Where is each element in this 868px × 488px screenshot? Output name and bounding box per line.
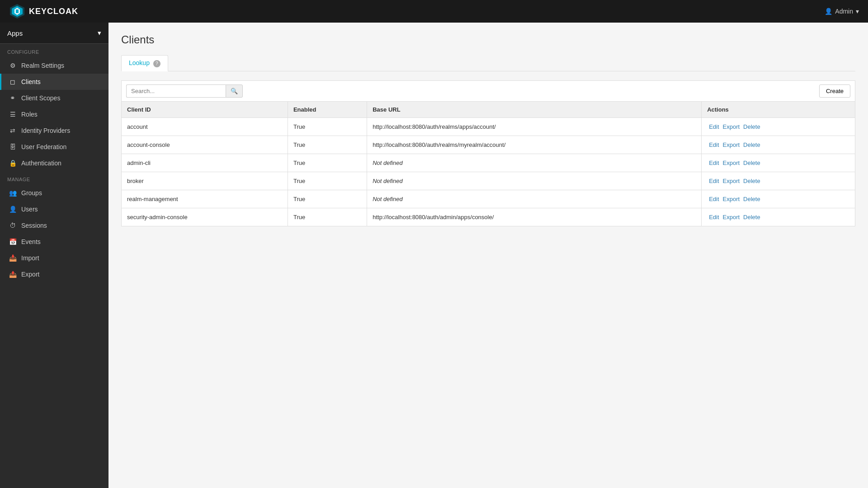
user-label: Admin <box>835 8 853 15</box>
sidebar-item-groups[interactable]: 👥 Groups <box>0 185 108 201</box>
export-icon: 📤 <box>9 271 17 278</box>
brand: KEYCLOAK <box>9 3 78 19</box>
tab-lookup-label: Lookup <box>129 59 150 66</box>
table-row: security-admin-consoleTruehttp://localho… <box>122 208 855 226</box>
base-url-cell[interactable]: http://localhost:8080/auth/admin/apps/co… <box>367 208 702 226</box>
base-url-cell: Not defined <box>367 154 702 172</box>
sidebar-item-label: Sessions <box>21 222 47 229</box>
export-button[interactable]: Export <box>721 141 742 149</box>
events-icon: 📅 <box>9 238 17 245</box>
sidebar-item-label: Import <box>21 254 39 262</box>
edit-button[interactable]: Edit <box>707 141 721 149</box>
table-row: brokerTrueNot definedEditExportDelete <box>122 172 855 190</box>
search-button[interactable]: 🔍 <box>226 84 243 98</box>
delete-button[interactable]: Delete <box>741 159 762 167</box>
delete-button[interactable]: Delete <box>741 195 762 203</box>
sidebar-item-client-scopes[interactable]: ⚭ Client Scopes <box>0 90 108 106</box>
client-id-cell[interactable]: admin-cli <box>122 154 288 172</box>
user-menu[interactable]: 👤 Admin ▾ <box>825 8 859 15</box>
tab-lookup-help[interactable]: ? <box>153 60 160 67</box>
delete-button[interactable]: Delete <box>741 141 762 149</box>
sidebar-item-authentication[interactable]: 🔒 Authentication <box>0 155 108 171</box>
base-url-cell[interactable]: http://localhost:8080/auth/realms/myreal… <box>367 136 702 154</box>
sidebar-item-label: Realm Settings <box>21 62 64 69</box>
navbar: KEYCLOAK 👤 Admin ▾ <box>0 0 868 23</box>
sidebar-item-events[interactable]: 📅 Events <box>0 234 108 250</box>
clients-table: Client ID Enabled Base URL Actions accou… <box>121 101 855 226</box>
client-id-cell[interactable]: account <box>122 117 288 136</box>
import-icon: 📥 <box>9 254 17 262</box>
sidebar-item-realm-settings[interactable]: ⚙ Realm Settings <box>0 57 108 74</box>
roles-icon: ☰ <box>9 111 17 118</box>
create-button[interactable]: Create <box>819 84 850 98</box>
sidebar-item-clients[interactable]: ◻ Clients <box>0 74 108 90</box>
realm-settings-icon: ⚙ <box>9 62 17 69</box>
tab-lookup[interactable]: Lookup ? <box>121 55 168 71</box>
client-scopes-icon: ⚭ <box>9 94 17 102</box>
sidebar-item-identity-providers[interactable]: ⇄ Identity Providers <box>0 122 108 139</box>
sidebar-item-label: Groups <box>21 189 42 197</box>
export-button[interactable]: Export <box>721 213 742 221</box>
realm-selector[interactable]: Apps ▾ <box>0 23 108 44</box>
export-button[interactable]: Export <box>721 195 742 203</box>
export-button[interactable]: Export <box>721 159 742 167</box>
sidebar-item-user-federation[interactable]: 🗄 User Federation <box>0 139 108 155</box>
actions-cell: EditExportDelete <box>702 208 855 226</box>
enabled-cell: True <box>288 136 367 154</box>
user-federation-icon: 🗄 <box>9 143 17 150</box>
export-button[interactable]: Export <box>721 122 742 131</box>
delete-button[interactable]: Delete <box>741 213 762 221</box>
sidebar-item-label: Export <box>21 271 39 278</box>
search-input[interactable] <box>126 84 226 98</box>
col-base-url: Base URL <box>367 101 702 117</box>
sidebar-item-sessions[interactable]: ⏱ Sessions <box>0 217 108 234</box>
enabled-cell: True <box>288 208 367 226</box>
actions-cell: EditExportDelete <box>702 117 855 136</box>
edit-button[interactable]: Edit <box>707 213 721 221</box>
user-icon: 👤 <box>825 8 832 15</box>
actions-cell: EditExportDelete <box>702 190 855 208</box>
realm-name: Apps <box>7 29 23 37</box>
sidebar-item-import[interactable]: 📥 Import <box>0 250 108 266</box>
sidebar-item-label: Authentication <box>21 160 61 167</box>
sidebar-item-label: Client Scopes <box>21 94 60 102</box>
sidebar-item-users[interactable]: 👤 Users <box>0 201 108 217</box>
actions-cell: EditExportDelete <box>702 136 855 154</box>
page-title: Clients <box>121 33 855 46</box>
base-url-cell[interactable]: http://localhost:8080/auth/realms/apps/a… <box>367 117 702 136</box>
clients-icon: ◻ <box>9 78 17 85</box>
table-toolbar: 🔍 Create <box>121 80 855 101</box>
actions-cell: EditExportDelete <box>702 154 855 172</box>
col-client-id: Client ID <box>122 101 288 117</box>
edit-button[interactable]: Edit <box>707 177 721 185</box>
edit-button[interactable]: Edit <box>707 122 721 131</box>
client-id-cell[interactable]: broker <box>122 172 288 190</box>
sidebar-item-export[interactable]: 📤 Export <box>0 266 108 282</box>
table-row: admin-cliTrueNot definedEditExportDelete <box>122 154 855 172</box>
sessions-icon: ⏱ <box>9 222 17 229</box>
delete-button[interactable]: Delete <box>741 177 762 185</box>
enabled-cell: True <box>288 117 367 136</box>
base-url-cell: Not defined <box>367 172 702 190</box>
users-icon: 👤 <box>9 206 17 213</box>
sidebar-item-roles[interactable]: ☰ Roles <box>0 106 108 122</box>
brand-text: KEYCLOAK <box>29 7 78 16</box>
client-id-cell[interactable]: security-admin-console <box>122 208 288 226</box>
edit-button[interactable]: Edit <box>707 195 721 203</box>
svg-rect-3 <box>16 9 19 13</box>
sidebar-item-label: User Federation <box>21 143 66 150</box>
col-enabled: Enabled <box>288 101 367 117</box>
edit-button[interactable]: Edit <box>707 159 721 167</box>
sidebar-item-label: Identity Providers <box>21 127 70 134</box>
main-layout: Apps ▾ Configure ⚙ Realm Settings ◻ Clie… <box>0 23 868 488</box>
content-area: Clients Lookup ? 🔍 Create Client ID Enab… <box>108 23 868 488</box>
tab-bar: Lookup ? <box>121 55 855 71</box>
table-header-row: Client ID Enabled Base URL Actions <box>122 101 855 117</box>
user-chevron: ▾ <box>856 8 859 15</box>
table-row: accountTruehttp://localhost:8080/auth/re… <box>122 117 855 136</box>
client-id-cell[interactable]: realm-management <box>122 190 288 208</box>
delete-button[interactable]: Delete <box>741 122 762 131</box>
export-button[interactable]: Export <box>721 177 742 185</box>
client-id-cell[interactable]: account-console <box>122 136 288 154</box>
configure-section-label: Configure <box>0 44 108 57</box>
